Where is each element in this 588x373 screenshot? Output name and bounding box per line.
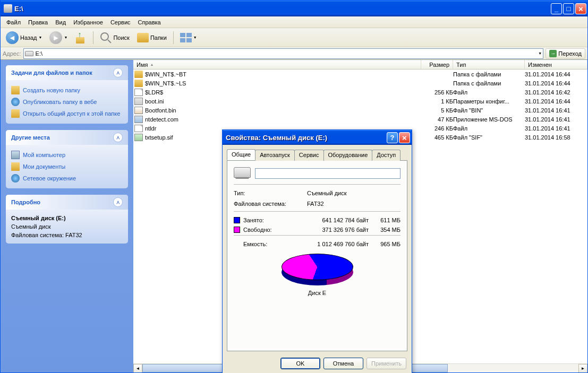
tasks-header[interactable]: Задачи для файлов и папок ⋏ bbox=[6, 65, 128, 80]
minimize-button[interactable]: _ bbox=[551, 3, 562, 14]
dialog-close-button[interactable]: × bbox=[399, 132, 410, 143]
menu-edit[interactable]: Правка bbox=[24, 18, 52, 27]
chevron-down-icon[interactable]: ▼ bbox=[538, 51, 542, 55]
chevron-down-icon: ▼ bbox=[39, 36, 42, 39]
dialog-titlebar[interactable]: Свойства: Съемный диск (E:) ? × bbox=[223, 130, 412, 145]
file-row[interactable]: boot.ini1 КБПараметры конфиг...31.01.201… bbox=[133, 97, 587, 106]
details-title: Подробно bbox=[11, 199, 40, 205]
collapse-icon[interactable]: ⋏ bbox=[113, 133, 123, 142]
tab-autorun[interactable]: Автозапуск bbox=[255, 150, 295, 161]
file-row[interactable]: $LDR$256 КБФайл31.01.2014 16:42 bbox=[133, 88, 587, 97]
address-label: Адрес: bbox=[3, 50, 21, 57]
file-date: 31.01.2014 16:42 bbox=[525, 89, 587, 96]
menu-view[interactable]: Вид bbox=[52, 18, 70, 27]
task-new-folder[interactable]: Создать новую папку bbox=[11, 84, 123, 96]
go-button[interactable]: → Переход bbox=[546, 48, 585, 59]
places-header[interactable]: Другие места ⋏ bbox=[6, 130, 128, 145]
col-size[interactable]: Размер bbox=[421, 60, 453, 69]
file-type: Файл bbox=[453, 89, 525, 96]
maximize-button[interactable]: □ bbox=[563, 3, 574, 14]
col-type[interactable]: Тип bbox=[453, 60, 525, 69]
folder-icon bbox=[11, 86, 20, 94]
collapse-icon[interactable]: ⋏ bbox=[113, 68, 123, 77]
views-button[interactable]: ▼ bbox=[178, 32, 199, 44]
file-name: ntdetect.com bbox=[145, 116, 178, 123]
drive-icon bbox=[25, 51, 33, 56]
menu-help[interactable]: Справка bbox=[134, 18, 165, 27]
details-drive-type: Съемный диск bbox=[11, 222, 123, 231]
globe-icon bbox=[11, 98, 20, 106]
documents-icon bbox=[11, 162, 20, 171]
places-panel: Другие места ⋏ Мой компьютер Мои докумен… bbox=[6, 130, 128, 188]
file-row[interactable]: $WIN_NT$.~BTПапка с файлами31.01.2014 16… bbox=[133, 70, 587, 79]
col-name[interactable]: Имя▲ bbox=[133, 60, 421, 69]
menu-tools[interactable]: Сервис bbox=[107, 18, 134, 27]
file-icon bbox=[134, 134, 143, 141]
help-button[interactable]: ? bbox=[387, 132, 398, 143]
go-label: Переход bbox=[558, 50, 582, 57]
tab-general[interactable]: Общие bbox=[227, 149, 255, 160]
tab-tools[interactable]: Сервис bbox=[294, 150, 324, 161]
details-filesystem: Файловая система: FAT32 bbox=[11, 231, 123, 239]
file-row[interactable]: Bootfont.bin5 КБФайл "BIN"31.01.2014 16:… bbox=[133, 106, 587, 115]
close-button[interactable]: × bbox=[575, 3, 586, 14]
drive-icon bbox=[234, 167, 251, 178]
file-icon bbox=[134, 107, 143, 114]
used-mb: 611 МБ bbox=[369, 217, 400, 223]
folders-button[interactable]: Папки bbox=[135, 32, 169, 44]
file-size: 47 КБ bbox=[421, 116, 453, 123]
drive-icon bbox=[4, 4, 12, 13]
menu-file[interactable]: Файл bbox=[3, 18, 24, 27]
up-button[interactable] bbox=[73, 31, 89, 45]
tab-sharing[interactable]: Доступ bbox=[372, 150, 400, 161]
file-name: Bootfont.bin bbox=[145, 107, 176, 114]
file-size: 246 КБ bbox=[421, 125, 453, 132]
free-bytes: 371 326 976 байт bbox=[286, 227, 369, 233]
task-share[interactable]: Открыть общий доступ к этой папке bbox=[11, 108, 123, 119]
apply-button[interactable]: Применить bbox=[367, 358, 406, 369]
place-computer[interactable]: Мой компьютер bbox=[11, 149, 123, 161]
file-date: 31.01.2014 16:41 bbox=[525, 107, 587, 114]
file-size: 256 КБ bbox=[421, 89, 453, 96]
sort-asc-icon: ▲ bbox=[150, 63, 154, 66]
volume-label-input[interactable] bbox=[255, 168, 400, 179]
file-row[interactable]: ntdetect.com47 КБПриложение MS-DOS31.01.… bbox=[133, 115, 587, 124]
titlebar[interactable]: E:\ _ □ × bbox=[1, 1, 587, 16]
file-name: $WIN_NT$.~BT bbox=[145, 71, 186, 77]
file-size: 465 КБ bbox=[421, 134, 453, 141]
col-modified[interactable]: Изменен bbox=[525, 60, 587, 69]
file-row[interactable]: $WIN_NT$.~LSПапка с файлами31.01.2014 16… bbox=[133, 79, 587, 88]
free-mb: 354 МБ bbox=[369, 227, 400, 233]
file-name: $LDR$ bbox=[145, 89, 163, 96]
chevron-down-icon: ▼ bbox=[64, 36, 67, 39]
file-name: boot.ini bbox=[145, 98, 164, 105]
views-icon bbox=[180, 33, 192, 42]
place-documents[interactable]: Мои документы bbox=[11, 161, 123, 172]
collapse-icon[interactable]: ⋏ bbox=[113, 197, 123, 207]
ok-button[interactable]: OK bbox=[280, 358, 320, 369]
file-icon bbox=[134, 71, 143, 78]
file-icon bbox=[134, 89, 143, 96]
tabs: Общие Автозапуск Сервис Оборудование Дос… bbox=[227, 149, 407, 160]
details-drive-name: Съемный диск (E:) bbox=[11, 214, 123, 222]
computer-icon bbox=[11, 151, 20, 159]
address-input[interactable] bbox=[36, 50, 536, 57]
forward-button[interactable]: ► ▼ bbox=[47, 30, 70, 45]
task-publish[interactable]: Опубликовать папку в вебе bbox=[11, 96, 123, 108]
tab-content: Тип:Съемный диск Файловая система:FAT32 … bbox=[227, 160, 407, 351]
cancel-button[interactable]: Отмена bbox=[323, 358, 363, 369]
menu-favorites[interactable]: Избранное bbox=[70, 18, 107, 27]
place-network[interactable]: Сетевое окружение bbox=[11, 172, 123, 184]
details-header[interactable]: Подробно ⋏ bbox=[6, 195, 128, 210]
scroll-right-button[interactable]: ► bbox=[578, 364, 587, 372]
cap-label: Емкость: bbox=[243, 241, 286, 247]
back-button[interactable]: ◄ Назад ▼ bbox=[4, 30, 44, 45]
scroll-left-button[interactable]: ◄ bbox=[133, 364, 142, 372]
tab-hardware[interactable]: Оборудование bbox=[323, 150, 373, 161]
search-button[interactable]: Поиск bbox=[98, 31, 131, 45]
forward-icon: ► bbox=[49, 31, 62, 44]
file-size: 1 КБ bbox=[421, 98, 453, 105]
back-label: Назад bbox=[20, 34, 37, 41]
address-input-wrap[interactable]: ▼ bbox=[23, 48, 544, 59]
free-color-icon bbox=[234, 227, 240, 233]
